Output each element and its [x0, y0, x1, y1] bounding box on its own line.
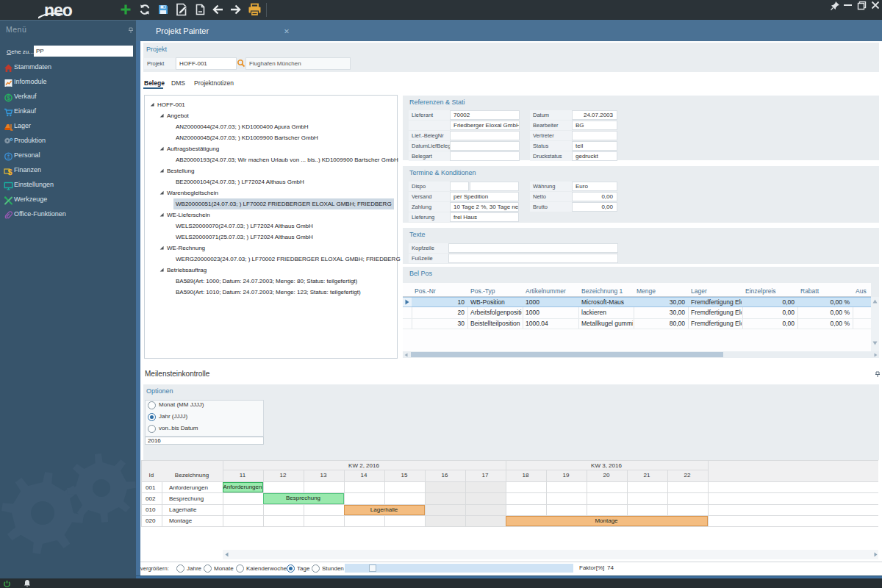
svg-text:$: $ [7, 94, 10, 101]
svg-text:neo: neo [44, 1, 73, 20]
svg-text:$: $ [7, 168, 12, 176]
